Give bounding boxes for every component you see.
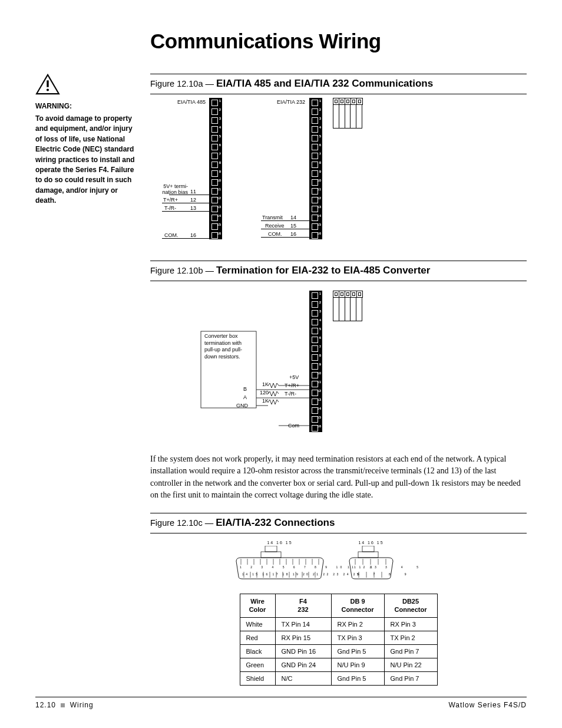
label-b: B xyxy=(243,386,247,392)
label-1k1: 1K xyxy=(262,381,269,387)
board-chip-a xyxy=(333,98,362,129)
diagram-b: 1234 5678 9101112 13141516 Converter box… xyxy=(150,285,527,443)
label-com485: COM. xyxy=(164,232,178,238)
footer-product: Watlow Series F4S/D xyxy=(448,701,527,709)
svg-rect-36 xyxy=(362,546,374,552)
main-content: Figure 12.10a — EIA/TIA 485 and EIA/TIA … xyxy=(150,74,527,696)
th-db9: DB 9 Connector xyxy=(331,594,384,618)
svg-point-2 xyxy=(47,88,49,91)
connections-table: Wire Color F4 232 DB 9 Connector DB25 Co… xyxy=(240,594,438,686)
label-tminus: T-/R- xyxy=(164,205,176,211)
label-tminus-pin: 13 xyxy=(190,205,196,211)
table-row: ShieldN/CGnd Pin 5Gnd Pin 7 xyxy=(240,671,437,685)
label-a: A xyxy=(243,394,247,400)
footer-page-number: 12.10 xyxy=(35,701,56,709)
label-tx-pin: 14 xyxy=(290,215,296,220)
terminal-block-232: 1234 5678 9101112 13141516 xyxy=(309,98,322,239)
label-1k2: 1K xyxy=(262,398,269,404)
diagram-c: 14 16 15 xyxy=(150,537,527,589)
label-bias-pin: 11 xyxy=(190,189,196,195)
svg-rect-3 xyxy=(201,331,256,408)
terminal-block-485: 1234 5678 9101112 13141516 xyxy=(209,98,222,239)
label-120: 120 xyxy=(260,390,269,396)
footer-section: Wiring xyxy=(70,701,94,709)
fig-b-prefix: Figure 12.10b — xyxy=(150,266,216,275)
svg-rect-37 xyxy=(358,552,378,558)
table-row: BlackGND Pin 16Gnd Pin 5Gnd Pin 7 xyxy=(240,644,437,658)
page-title: Communications Wiring xyxy=(150,29,527,53)
label-eia485: EIA/TIA 485 xyxy=(177,99,206,105)
converter-box-outline xyxy=(197,329,315,435)
warning-triangle-icon xyxy=(35,74,60,95)
label-bias: 5V+ termi- nation bias xyxy=(150,184,188,196)
db25-drawing: 14 16 15 xyxy=(233,541,327,581)
fig-a-title: EIA/TIA 485 and EIA/TIA 232 Communicatio… xyxy=(216,78,433,89)
label-tx: Transmit xyxy=(262,215,283,220)
fig-b-title: Termination for EIA-232 to EIA-485 Conve… xyxy=(216,265,430,276)
figure-b: Figure 12.10b — Termination for EIA-232 … xyxy=(150,261,527,443)
label-tplus-pin: 12 xyxy=(190,197,196,203)
footer-square-icon xyxy=(61,703,65,707)
db9-drawing: 14 16 15 1 2 3 4 5 6 7 8 xyxy=(345,541,398,581)
fig-c-prefix: Figure 12.10c — xyxy=(150,518,216,528)
label-eia232: EIA/TIA 232 xyxy=(277,99,305,105)
warning-heading: WARNING: xyxy=(35,102,150,110)
label-com485-pin: 16 xyxy=(190,232,196,238)
label-com232-pin: 16 xyxy=(290,231,296,237)
fig-a-prefix: Figure 12.10a — xyxy=(150,79,216,88)
board-chip-b xyxy=(333,291,362,321)
svg-rect-10 xyxy=(261,552,281,558)
label-com-b: Com xyxy=(288,423,299,429)
table-row: GreenGND Pin 24N/U Pin 9N/U Pin 22 xyxy=(240,658,437,671)
table-row: RedRX Pin 15TX Pin 3TX Pin 2 xyxy=(240,631,437,644)
label-5v: +5V xyxy=(289,374,299,380)
th-wire-color: Wire Color xyxy=(240,594,275,618)
body-paragraph: If the system does not work properly, it… xyxy=(150,453,527,501)
fig-c-title: EIA/TIA-232 Connections xyxy=(216,517,335,528)
figure-a: Figure 12.10a — EIA/TIA 485 and EIA/TIA … xyxy=(150,74,527,250)
label-rx: Receive xyxy=(265,223,285,229)
svg-rect-9 xyxy=(265,546,277,552)
figure-c: Figure 12.10c — EIA/TIA-232 Connections … xyxy=(150,513,527,686)
diagram-a: EIA/TIA 485 EIA/TIA 232 1234 5678 910111… xyxy=(150,98,527,250)
label-tplus: T+/R+ xyxy=(163,197,178,203)
label-rx-pin: 15 xyxy=(290,223,296,229)
label-gnd: GND xyxy=(236,403,248,409)
label-com232: COM. xyxy=(268,231,282,237)
svg-rect-1 xyxy=(47,80,48,87)
label-tplus-b: T+/R+ xyxy=(285,383,299,388)
table-row: WhiteTX Pin 14RX Pin 2RX Pin 3 xyxy=(240,617,437,631)
page-footer: 12.10 Wiring Watlow Series F4S/D xyxy=(35,697,527,709)
warning-sidebar: WARNING: To avoid damage to property and… xyxy=(35,74,150,696)
label-tminus-b: T-/R- xyxy=(285,391,296,397)
th-db25: DB25 Connector xyxy=(384,594,437,618)
th-f4-232: F4 232 xyxy=(275,594,331,618)
warning-body: To avoid damage to property and equipmen… xyxy=(35,114,150,206)
